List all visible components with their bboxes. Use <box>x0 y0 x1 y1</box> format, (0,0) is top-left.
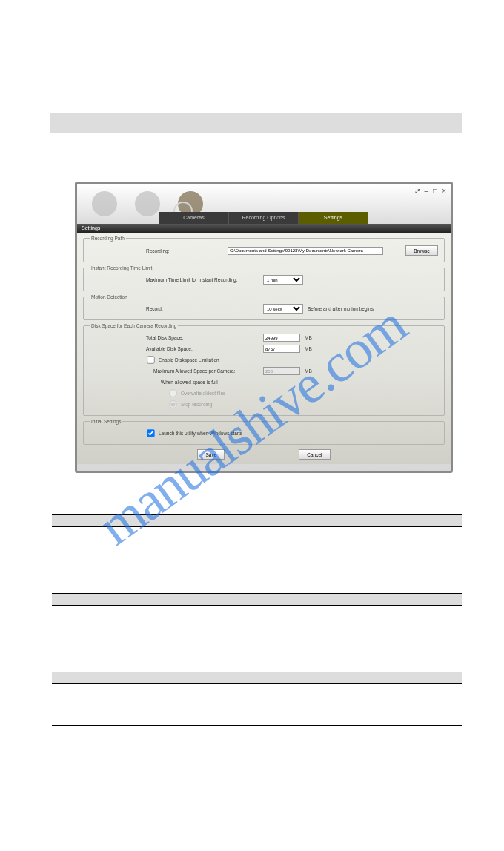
tab-settings[interactable]: Settings <box>299 212 368 224</box>
table-cell-r2c1 <box>52 606 178 672</box>
table-cell-r1c2 <box>178 527 462 594</box>
label-max-space: Maximum Allowed Space per Camera: <box>153 368 263 374</box>
radio-stop <box>169 400 176 408</box>
label-motion-record: Record: <box>146 306 228 311</box>
motion-note: Before and after motion begins <box>308 306 374 311</box>
group-motion-detection: Motion Detection Record: 10 secs Before … <box>83 294 445 320</box>
legend-motion: Motion Detection <box>90 294 129 299</box>
label-launch-startup: Launch this utility when Windows starts <box>159 431 242 436</box>
page-top-bar <box>50 113 462 133</box>
group-disk-space: Disk Space for Each Camera Recording Tot… <box>83 323 445 416</box>
table-cell-r3c1 <box>52 684 178 726</box>
table-row-head-3 <box>52 672 178 684</box>
settings-window: ⤢ – □ × Cameras Recording Options Settin… <box>75 182 453 473</box>
window-titlebar: ⤢ – □ × Cameras Recording Options Settin… <box>77 184 451 224</box>
total-disk-input <box>263 334 300 342</box>
table-cell-r1c1 <box>52 527 178 594</box>
group-recording-path: Recording Path Recording: Browse <box>83 236 445 262</box>
label-overwrite: Overwrite oldest files <box>181 391 225 396</box>
browse-button[interactable]: Browse <box>405 245 438 256</box>
maximize-icon[interactable]: □ <box>433 187 437 195</box>
tab-cameras[interactable]: Cameras <box>159 212 229 224</box>
label-total-disk: Total Disk Space: <box>146 335 213 340</box>
motion-record-select[interactable]: 10 secs <box>263 304 303 314</box>
max-space-input <box>263 367 300 375</box>
label-enable-disk-limit: Enable Diskspace Limitation <box>159 357 219 362</box>
minimize-icon[interactable]: – <box>425 187 429 195</box>
table-row-head-2 <box>52 594 178 606</box>
button-row: Save Cancel <box>83 449 445 460</box>
cancel-button[interactable]: Cancel <box>299 449 330 460</box>
tab-recording-options[interactable]: Recording Options <box>229 212 299 224</box>
doc-table <box>52 514 462 726</box>
label-avail-disk: Available Disk Space: <box>146 346 213 351</box>
window-controls: ⤢ – □ × <box>414 187 446 195</box>
panel-body: Recording Path Recording: Browse Instant… <box>77 233 451 464</box>
legend-recording-path: Recording Path <box>90 236 126 241</box>
panel-title: Settings <box>77 224 451 233</box>
label-when-full: When allowed space is full <box>161 377 438 387</box>
table-cell-r3c2 <box>178 684 462 726</box>
unit-mb-2: MB <box>305 346 312 351</box>
legend-instant: Instant Recording Time Limit <box>90 265 153 271</box>
launch-startup-checkbox[interactable] <box>147 429 154 437</box>
label-instant-limit: Maximum Time Limit for Instant Recording… <box>146 277 263 282</box>
unit-mb-3: MB <box>305 368 312 374</box>
radio-overwrite <box>169 389 176 397</box>
close-icon[interactable]: × <box>442 187 446 195</box>
avail-disk-input <box>263 345 300 353</box>
legend-initial: Initial Settings <box>90 419 122 424</box>
unit-mb-1: MB <box>305 335 312 340</box>
table-header-2 <box>178 515 462 527</box>
table-cell-r2c2 <box>178 606 462 672</box>
enable-disk-limit-checkbox[interactable] <box>147 356 154 363</box>
table-header-1 <box>52 515 178 527</box>
tab-bar: Cameras Recording Options Settings <box>77 212 451 224</box>
save-button[interactable]: Save <box>197 449 225 460</box>
recording-path-input[interactable] <box>228 247 383 255</box>
label-stop: Stop recording <box>181 402 212 407</box>
legend-disk: Disk Space for Each Camera Recording <box>90 323 178 328</box>
label-recording: Recording: <box>146 248 228 254</box>
group-initial-settings: Initial Settings Launch this utility whe… <box>83 419 445 445</box>
instant-limit-select[interactable]: 1 min <box>263 275 303 285</box>
expand-icon[interactable]: ⤢ <box>414 187 420 195</box>
group-instant-recording: Instant Recording Time Limit Maximum Tim… <box>83 265 445 291</box>
